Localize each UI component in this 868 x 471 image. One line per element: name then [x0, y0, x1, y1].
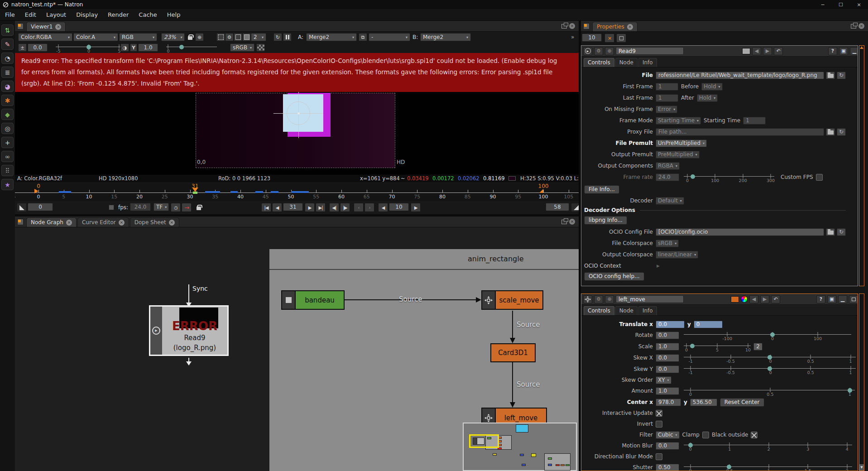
gamma-icon[interactable]: Y	[130, 43, 137, 52]
backdrop-header[interactable]: anim_rectangle	[269, 249, 579, 270]
expander-icon[interactable]: ▶	[657, 264, 660, 268]
float-pane-icon[interactable]	[561, 220, 567, 224]
scale-field[interactable]: 1.0	[656, 343, 679, 351]
settings-gear-icon[interactable]: ⚙	[594, 47, 603, 55]
folder-icon[interactable]	[826, 72, 835, 79]
menu-render[interactable]: Render	[103, 10, 134, 20]
turbo-mode-icon[interactable]: →	[182, 203, 192, 212]
motion-blur-slider[interactable]: 01234	[684, 441, 852, 451]
close-tab-icon[interactable]: ×	[55, 24, 61, 30]
next-keyframe-button[interactable]: |▶	[340, 203, 350, 212]
redo-arrow-icon[interactable]: ▶	[760, 295, 769, 303]
scripting-icon[interactable]: ▣	[827, 295, 836, 303]
slider-handle[interactable]	[688, 443, 693, 447]
prev-frame-button[interactable]: ◀	[272, 203, 282, 212]
output-premult-select[interactable]: PreMultiplied	[656, 151, 700, 159]
tab-node[interactable]: Node	[615, 306, 638, 315]
close-tab-icon[interactable]: ×	[119, 220, 125, 226]
toolbox-views-icon[interactable]: ∞	[1, 151, 14, 162]
frame-rate-slider[interactable]: 0100200300	[684, 172, 774, 182]
help-icon[interactable]: ?	[816, 295, 825, 303]
in-point-field[interactable]: 0	[28, 203, 53, 211]
slider-handle[interactable]	[690, 344, 695, 348]
folder-icon[interactable]	[826, 128, 835, 136]
toolbox-merge-icon[interactable]: ◎	[1, 123, 14, 134]
tab-node-graph[interactable]: Node Graph ×	[26, 217, 77, 227]
node-read9[interactable]: ▶ ERROR Read9 (logo_R.png)	[149, 305, 229, 356]
pane-menu-icon[interactable]	[583, 23, 590, 29]
clock-icon[interactable]: ◷	[171, 203, 181, 212]
black-outside-checkbox[interactable]	[751, 432, 758, 438]
add-knob-icon[interactable]: ⊕	[605, 295, 614, 303]
shutter-slider[interactable]: 00.511.52	[684, 462, 852, 471]
full-frame-icon[interactable]	[234, 33, 242, 41]
timeline-lock-icon[interactable]	[194, 203, 204, 212]
custom-fps-checkbox[interactable]	[816, 174, 823, 181]
reload-file-icon[interactable]: ↻	[837, 72, 846, 79]
gamma-field[interactable]: 1.0	[138, 43, 158, 52]
a-input-select[interactable]: Merge2	[306, 33, 357, 41]
close-tab-icon[interactable]: ×	[627, 24, 633, 30]
contrast-icon[interactable]: ◑	[120, 43, 129, 52]
slider-track[interactable]	[684, 445, 852, 445]
close-pane-icon[interactable]: ×	[858, 23, 864, 29]
clip-to-project-icon[interactable]	[216, 33, 225, 41]
refresh-icon[interactable]: ↻	[273, 33, 282, 41]
operator-select[interactable]: -	[369, 33, 410, 41]
zoom-select[interactable]: 23%	[161, 33, 185, 41]
center-x-field[interactable]: 978.0	[656, 399, 681, 406]
slider-handle[interactable]	[767, 366, 772, 371]
reset-center-button[interactable]: Reset Center	[720, 398, 764, 407]
minimize-panel-icon[interactable]: ▁	[838, 295, 847, 303]
left-move-scrollbar[interactable]: ▼	[859, 293, 864, 471]
before-select[interactable]: Hold	[701, 83, 722, 91]
file-field[interactable]: rofessionnel/Le Rituel/Web_wait_template…	[656, 72, 824, 79]
undo-arrow-icon[interactable]: ◀	[749, 295, 758, 303]
expand-toolbar-icon[interactable]: »	[571, 34, 574, 40]
libpng-info-button[interactable]: libpng Info...	[584, 216, 627, 225]
timeline-ruler[interactable]: -505101520253035404550556065707580859095…	[15, 182, 579, 201]
node-color-swatch[interactable]	[731, 296, 739, 303]
node-graph-navigator[interactable]	[463, 423, 577, 471]
gain-toggle-icon[interactable]: ±	[18, 43, 27, 52]
file-premult-select[interactable]: UnPreMultiplied	[656, 139, 707, 147]
node-bandeau[interactable]: bandeau	[281, 290, 345, 310]
edge-card3d-leftmove[interactable]	[512, 362, 513, 404]
close-tab-icon[interactable]: ×	[169, 220, 175, 226]
float-pane-icon[interactable]	[851, 24, 856, 29]
close-pane-icon[interactable]: ×	[569, 219, 575, 225]
float-pane-icon[interactable]	[561, 24, 567, 29]
shutter-field[interactable]: 0.50	[656, 464, 679, 471]
translate-y-field[interactable]: 0	[694, 321, 723, 328]
starting-time-field[interactable]: 1	[743, 117, 766, 125]
translate-x-field[interactable]: 0.0	[656, 321, 685, 328]
out-point-marker[interactable]	[539, 189, 543, 193]
max-panels-field[interactable]: 10	[582, 34, 602, 42]
scripting-icon[interactable]: ▣	[839, 47, 848, 55]
slider-handle[interactable]	[770, 332, 775, 337]
slider-track[interactable]	[684, 334, 851, 335]
render-settings-icon[interactable]: ⚙	[225, 33, 234, 41]
transform-handle-center[interactable]	[297, 112, 300, 115]
restore-defaults-icon[interactable]: ↶	[771, 295, 780, 303]
checkerboard-icon[interactable]	[256, 43, 265, 52]
node-card3d1[interactable]: Card3D1	[490, 343, 536, 362]
tab-controls[interactable]: Controls	[584, 58, 614, 67]
ocio-config-help-button[interactable]: OCIO config help...	[584, 272, 644, 281]
next-increment-button[interactable]: ›	[364, 203, 374, 212]
fps-field[interactable]: 24.0	[130, 203, 151, 211]
set-out-point-icon[interactable]	[571, 203, 579, 212]
rotate-field[interactable]: 0.0	[656, 332, 679, 339]
skew-y-field[interactable]: 0.0	[656, 365, 679, 373]
proxy-file-field[interactable]: File path...	[656, 128, 824, 136]
decoder-select[interactable]: Default	[656, 197, 684, 205]
skew-x-slider[interactable]: -1-0.500.51	[684, 353, 856, 363]
close-tab-icon[interactable]: ×	[66, 220, 72, 226]
reload-file-icon[interactable]: ↻	[837, 128, 846, 136]
frame-mode-select[interactable]: Starting Time	[656, 117, 701, 125]
last-frame-field[interactable]: 1	[656, 94, 678, 102]
minimize-panel-icon[interactable]: ▁	[850, 47, 858, 55]
slider-handle[interactable]	[848, 388, 852, 393]
alpha-channel-select[interactable]: Color.A	[73, 33, 118, 41]
menu-display[interactable]: Display	[71, 10, 103, 20]
